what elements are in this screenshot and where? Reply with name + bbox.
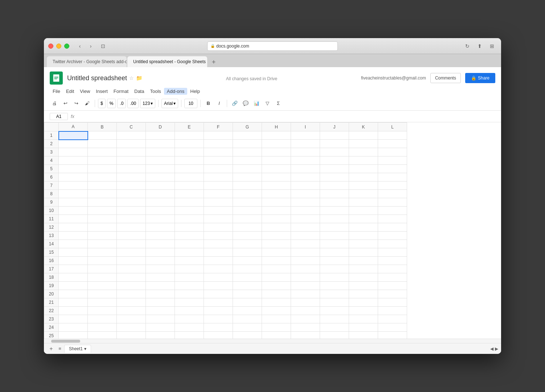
chart-button[interactable]: 📊 <box>252 99 261 108</box>
cell-G18[interactable] <box>233 273 262 282</box>
cell-G11[interactable] <box>233 215 262 223</box>
formula-input[interactable] <box>77 114 495 119</box>
row-num-22[interactable]: 22 <box>44 307 59 315</box>
cell-G19[interactable] <box>233 282 262 290</box>
col-header-L[interactable]: L <box>378 123 407 131</box>
cell-A22[interactable] <box>59 307 88 315</box>
cell-K1[interactable] <box>349 131 378 140</box>
col-header-K[interactable]: K <box>349 123 378 131</box>
cell-L9[interactable] <box>378 198 407 207</box>
cell-E9[interactable] <box>175 198 204 207</box>
cell-I25[interactable] <box>291 332 320 339</box>
cell-I4[interactable] <box>291 156 320 165</box>
cell-D20[interactable] <box>146 290 175 298</box>
cell-F22[interactable] <box>204 307 233 315</box>
scroll-left-btn[interactable]: ◀ <box>490 346 493 351</box>
cell-I15[interactable] <box>291 248 320 257</box>
cell-H6[interactable] <box>262 173 291 181</box>
cell-B24[interactable] <box>88 323 117 332</box>
reading-view-button[interactable]: ⊡ <box>98 42 108 50</box>
cell-E22[interactable] <box>175 307 204 315</box>
row-num-7[interactable]: 7 <box>44 181 59 190</box>
cell-B3[interactable] <box>88 148 117 156</box>
cell-H12[interactable] <box>262 223 291 232</box>
cell-A2[interactable] <box>59 140 88 148</box>
cell-C25[interactable] <box>117 332 146 339</box>
cell-G25[interactable] <box>233 332 262 339</box>
row-num-24[interactable]: 24 <box>44 323 59 332</box>
cell-K4[interactable] <box>349 156 378 165</box>
menu-edit[interactable]: Edit <box>63 88 77 95</box>
cell-D10[interactable] <box>146 207 175 215</box>
cell-H7[interactable] <box>262 181 291 190</box>
cell-D21[interactable] <box>146 298 175 307</box>
cell-F21[interactable] <box>204 298 233 307</box>
row-num-25[interactable]: 25 <box>44 332 59 339</box>
cell-E18[interactable] <box>175 273 204 282</box>
decimal-dropdown[interactable]: .0 <box>117 99 126 108</box>
row-num-15[interactable]: 15 <box>44 248 59 257</box>
cell-F10[interactable] <box>204 207 233 215</box>
cell-G22[interactable] <box>233 307 262 315</box>
cell-I10[interactable] <box>291 207 320 215</box>
cell-K19[interactable] <box>349 282 378 290</box>
star-icon[interactable]: ☆ <box>129 75 134 81</box>
cell-F20[interactable] <box>204 290 233 298</box>
format-dropdown[interactable]: 123 ▾ <box>140 99 155 108</box>
cell-D3[interactable] <box>146 148 175 156</box>
cell-H10[interactable] <box>262 207 291 215</box>
cell-J1[interactable] <box>320 131 349 140</box>
cell-L7[interactable] <box>378 181 407 190</box>
cell-B21[interactable] <box>88 298 117 307</box>
cell-A1[interactable] <box>59 131 88 140</box>
cell-K12[interactable] <box>349 223 378 232</box>
cell-H16[interactable] <box>262 257 291 265</box>
cell-J16[interactable] <box>320 257 349 265</box>
col-header-H[interactable]: H <box>262 123 291 131</box>
row-num-11[interactable]: 11 <box>44 215 59 223</box>
cell-J6[interactable] <box>320 173 349 181</box>
cell-C20[interactable] <box>117 290 146 298</box>
cell-E24[interactable] <box>175 323 204 332</box>
share-button[interactable]: 🔒 Share <box>465 73 495 83</box>
cell-L8[interactable] <box>378 190 407 198</box>
cell-L21[interactable] <box>378 298 407 307</box>
cell-H24[interactable] <box>262 323 291 332</box>
cell-G2[interactable] <box>233 140 262 148</box>
cell-H25[interactable] <box>262 332 291 339</box>
col-header-A[interactable]: A <box>59 123 88 131</box>
cell-D5[interactable] <box>146 165 175 173</box>
cell-L10[interactable] <box>378 207 407 215</box>
col-header-D[interactable]: D <box>146 123 175 131</box>
cell-L14[interactable] <box>378 240 407 248</box>
cell-C2[interactable] <box>117 140 146 148</box>
cell-K16[interactable] <box>349 257 378 265</box>
cell-B18[interactable] <box>88 273 117 282</box>
cell-K14[interactable] <box>349 240 378 248</box>
percent-dropdown[interactable]: % <box>107 99 116 108</box>
cell-H20[interactable] <box>262 290 291 298</box>
cell-B25[interactable] <box>88 332 117 339</box>
cell-G8[interactable] <box>233 190 262 198</box>
cell-A24[interactable] <box>59 323 88 332</box>
cell-B9[interactable] <box>88 198 117 207</box>
share-browser-button[interactable]: ⬆ <box>475 42 484 50</box>
cell-J20[interactable] <box>320 290 349 298</box>
cell-K21[interactable] <box>349 298 378 307</box>
cell-J19[interactable] <box>320 282 349 290</box>
sheet-list-button[interactable]: ≡ <box>56 344 64 353</box>
cell-F14[interactable] <box>204 240 233 248</box>
bold-button[interactable]: B <box>204 99 213 108</box>
new-tab-button[interactable]: + <box>209 57 219 67</box>
cell-F1[interactable] <box>204 131 233 140</box>
cell-C17[interactable] <box>117 265 146 273</box>
cell-H15[interactable] <box>262 248 291 257</box>
cell-L6[interactable] <box>378 173 407 181</box>
cell-J11[interactable] <box>320 215 349 223</box>
cell-J13[interactable] <box>320 232 349 240</box>
scroll-thumb[interactable] <box>51 340 80 343</box>
cell-F4[interactable] <box>204 156 233 165</box>
cell-C13[interactable] <box>117 232 146 240</box>
cell-E8[interactable] <box>175 190 204 198</box>
cell-L23[interactable] <box>378 315 407 323</box>
